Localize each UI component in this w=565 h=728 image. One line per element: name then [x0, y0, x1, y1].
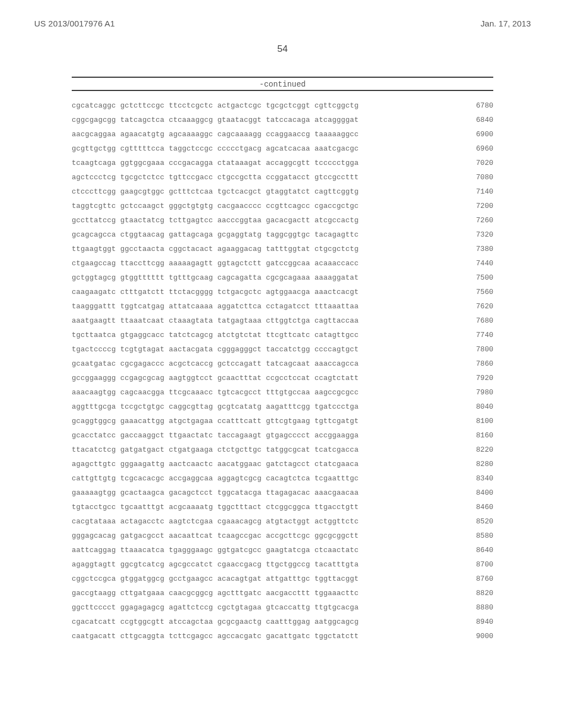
sequence-row: tgactccccg tcgtgtagat aactacgata cgggagg…: [72, 342, 493, 357]
sequence-text: tgtacctgcc tgcaatttgt acgcaaaatg tggcttt…: [72, 500, 359, 515]
sequence-row: cggctccgca gtggatggcg gcctgaagcc acacagt…: [72, 572, 493, 586]
sequence-row: gcagcagcca ctggtaacag gattagcaga gcgaggt…: [72, 228, 493, 242]
sequence-listing: cgcatcaggc gctcttccgc ttcctcgctc actgact…: [72, 99, 493, 644]
sequence-text: agaggtagtt ggcgtcatcg agcgccatct cgaaccg…: [72, 558, 359, 572]
sequence-text: cggctccgca gtggatggcg gcctgaagcc acacagt…: [72, 572, 359, 586]
sequence-text: agctccctcg tgcgctctcc tgttccgacc ctgccgc…: [72, 170, 359, 185]
sequence-row: tcaagtcaga ggtggcgaaa cccgacagga ctataaa…: [72, 156, 493, 170]
sequence-position: 7500: [460, 271, 493, 285]
sequence-text: cacgtataaa actagacctc aagtctcgaa cgaaaca…: [72, 515, 359, 529]
sequence-text: caatgacatt cttgcaggta tcttcgagcc agccacg…: [72, 629, 359, 644]
sequence-row: ctcccttcgg gaagcgtggc gctttctcaa tgctcac…: [72, 185, 493, 199]
page-number: 54: [0, 44, 565, 55]
sequence-row: caatgacatt cttgcaggta tcttcgagcc agccacg…: [72, 629, 493, 644]
sequence-row: cgacatcatt ccgtggcgtt atccagctaa gcgcgaa…: [72, 615, 493, 629]
sequence-position: 7320: [460, 228, 493, 242]
sequence-row: gcaggtggcg gaaacattgg atgctgagaa ccatttc…: [72, 414, 493, 429]
sequence-text: ttgaagtggt ggcctaacta cggctacact agaagga…: [72, 242, 359, 256]
sequence-row: cacgtataaa actagacctc aagtctcgaa cgaaaca…: [72, 515, 493, 529]
sequence-text: cgcatcaggc gctcttccgc ttcctcgctc actgact…: [72, 99, 359, 113]
sequence-text: gaaaaagtgg gcactaagca gacagctcct tggcata…: [72, 486, 359, 500]
sequence-row: gccggaaggg ccgagcgcag aagtggtcct gcaactt…: [72, 371, 493, 386]
sequence-text: gcgttgctgg cgtttttcca taggctccgc ccccctg…: [72, 142, 359, 156]
sequence-row: taggtcgttc gctccaagct gggctgtgtg cacgaac…: [72, 199, 493, 213]
sequence-row: gggagcacag gatgacgcct aacaattcat tcaagcc…: [72, 529, 493, 543]
sequence-position: 8520: [460, 515, 493, 529]
sequence-text: taagggattt tggtcatgag attatcaaaa aggatct…: [72, 299, 359, 314]
sequence-position: 7860: [460, 357, 493, 371]
sequence-position: 7680: [460, 314, 493, 328]
sequence-row: gcaatgatac cgcgagaccc acgctcaccg gctccag…: [72, 357, 493, 371]
sequence-row: agctccctcg tgcgctctcc tgttccgacc ctgccgc…: [72, 170, 493, 185]
sequence-text: cggcgagcgg tatcagctca ctcaaaggcg gtaatac…: [72, 113, 359, 127]
sequence-row: tgcttaatca gtgaggcacc tatctcagcg atctgtc…: [72, 328, 493, 342]
sequence-position: 8640: [460, 543, 493, 558]
sequence-text: cgacatcatt ccgtggcgtt atccagctaa gcgcgaa…: [72, 615, 359, 629]
sequence-text: agagcttgtc gggaagattg aactcaactc aacatgg…: [72, 457, 359, 472]
sequence-row: gaaaaagtgg gcactaagca gacagctcct tggcata…: [72, 486, 493, 500]
sequence-row: gccttatccg gtaactatcg tcttgagtcc aacccgg…: [72, 213, 493, 228]
sequence-row: taagggattt tggtcatgag attatcaaaa aggatct…: [72, 299, 493, 314]
continued-divider: -continued: [72, 77, 493, 91]
sequence-text: gaccgtaagg cttgatgaaa caacgcggcg agctttg…: [72, 586, 359, 601]
sequence-position: 8880: [460, 601, 493, 615]
sequence-position: 8280: [460, 457, 493, 472]
sequence-position: 7620: [460, 299, 493, 314]
sequence-position: 7140: [460, 185, 493, 199]
sequence-position: 8760: [460, 572, 493, 586]
sequence-text: aaacaagtgg cagcaacgga ttcgcaaacc tgtcacg…: [72, 386, 359, 400]
sequence-position: 7260: [460, 213, 493, 228]
continued-label: -continued: [259, 80, 306, 89]
sequence-position: 8940: [460, 615, 493, 629]
sequence-position: 7080: [460, 170, 493, 185]
sequence-text: aattcaggag ttaaacatca tgagggaagc ggtgatc…: [72, 543, 359, 558]
sequence-position: 7800: [460, 342, 493, 357]
sequence-text: gcacctatcc gaccaaggct ttgaactatc taccaga…: [72, 429, 359, 443]
page-header: US 2013/0017976 A1 Jan. 17, 2013: [0, 0, 565, 28]
sequence-row: ggcttcccct ggagagagcg agattctccg cgctgta…: [72, 601, 493, 615]
sequence-row: gcacctatcc gaccaaggct ttgaactatc taccaga…: [72, 429, 493, 443]
sequence-position: 8100: [460, 414, 493, 429]
sequence-text: cattgttgtg tcgcacacgc accgaggcaa aggagtc…: [72, 472, 359, 486]
sequence-position: 7440: [460, 256, 493, 271]
sequence-text: aggtttgcga tccgctgtgc caggcgttag gcgtcat…: [72, 400, 359, 414]
sequence-position: 6780: [460, 99, 493, 113]
publication-number: US 2013/0017976 A1: [34, 19, 115, 28]
sequence-text: gcaggtggcg gaaacattgg atgctgagaa ccatttc…: [72, 414, 359, 429]
sequence-position: 7740: [460, 328, 493, 342]
sequence-position: 8220: [460, 443, 493, 457]
sequence-position: 7560: [460, 285, 493, 299]
sequence-position: 7980: [460, 386, 493, 400]
sequence-row: agagcttgtc gggaagattg aactcaactc aacatgg…: [72, 457, 493, 472]
sequence-text: ctgaagccag ttaccttcgg aaaaagagtt ggtagct…: [72, 256, 359, 271]
sequence-text: gctggtagcg gtggtttttt tgtttgcaag cagcaga…: [72, 271, 359, 285]
sequence-position: 6960: [460, 142, 493, 156]
sequence-row: aaacaagtgg cagcaacgga ttcgcaaacc tgtcacg…: [72, 386, 493, 400]
sequence-position: 7020: [460, 156, 493, 170]
sequence-text: tgcttaatca gtgaggcacc tatctcagcg atctgtc…: [72, 328, 359, 342]
sequence-text: ggcttcccct ggagagagcg agattctccg cgctgta…: [72, 601, 359, 615]
sequence-text: gccggaaggg ccgagcgcag aagtggtcct gcaactt…: [72, 371, 359, 386]
sequence-row: aggtttgcga tccgctgtgc caggcgttag gcgtcat…: [72, 400, 493, 414]
sequence-row: agaggtagtt ggcgtcatcg agcgccatct cgaaccg…: [72, 558, 493, 572]
sequence-position: 7380: [460, 242, 493, 256]
sequence-text: gccttatccg gtaactatcg tcttgagtcc aacccgg…: [72, 213, 359, 228]
sequence-row: cggcgagcgg tatcagctca ctcaaaggcg gtaatac…: [72, 113, 493, 127]
sequence-row: tgtacctgcc tgcaatttgt acgcaaaatg tggcttt…: [72, 500, 493, 515]
sequence-position: 9000: [460, 629, 493, 644]
sequence-text: aacgcaggaa agaacatgtg agcaaaaggc cagcaaa…: [72, 127, 359, 142]
sequence-text: gcagcagcca ctggtaacag gattagcaga gcgaggt…: [72, 228, 359, 242]
sequence-text: gcaatgatac cgcgagaccc acgctcaccg gctccag…: [72, 357, 359, 371]
sequence-text: tgactccccg tcgtgtagat aactacgata cgggagg…: [72, 342, 359, 357]
sequence-position: 6840: [460, 113, 493, 127]
sequence-position: 8040: [460, 400, 493, 414]
sequence-row: aaatgaagtt ttaaatcaat ctaaagtata tatgagt…: [72, 314, 493, 328]
sequence-text: gggagcacag gatgacgcct aacaattcat tcaagcc…: [72, 529, 359, 543]
sequence-position: 8160: [460, 429, 493, 443]
sequence-text: ctcccttcgg gaagcgtggc gctttctcaa tgctcac…: [72, 185, 359, 199]
sequence-position: 8460: [460, 500, 493, 515]
sequence-row: gcgttgctgg cgtttttcca taggctccgc ccccctg…: [72, 142, 493, 156]
sequence-position: 8400: [460, 486, 493, 500]
sequence-row: gctggtagcg gtggtttttt tgtttgcaag cagcaga…: [72, 271, 493, 285]
sequence-text: taggtcgttc gctccaagct gggctgtgtg cacgaac…: [72, 199, 359, 213]
